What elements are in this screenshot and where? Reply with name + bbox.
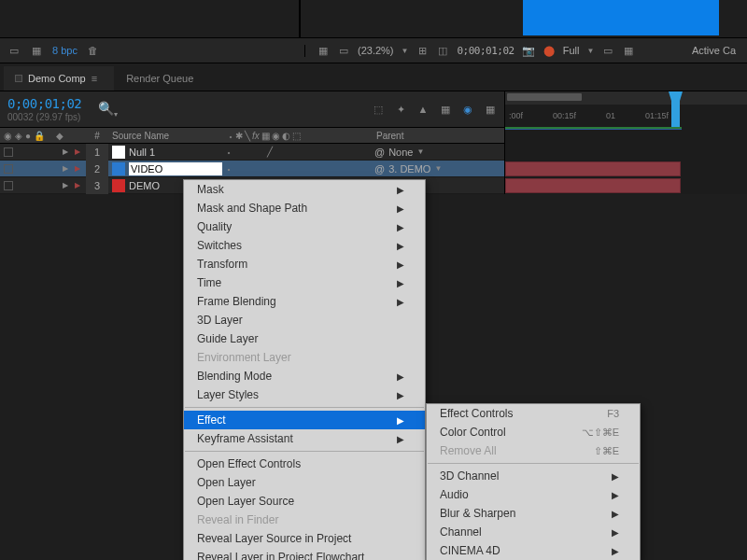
audio-toggle-icon[interactable]: ◈ bbox=[15, 131, 22, 141]
menu-item[interactable]: Quality▶ bbox=[184, 217, 425, 236]
menu-item[interactable]: Open Layer bbox=[184, 473, 425, 492]
layer-color-swatch[interactable] bbox=[112, 179, 125, 192]
composition-preview[interactable] bbox=[523, 0, 719, 35]
menu-item[interactable]: Mask▶ bbox=[184, 180, 425, 199]
menu-item[interactable]: Transform▶ bbox=[184, 255, 425, 273]
menu-item[interactable]: 3D Layer bbox=[184, 311, 425, 329]
search-icon[interactable]: 🔍▾ bbox=[98, 101, 118, 119]
menu-item[interactable]: 3D Channel▶ bbox=[427, 467, 640, 485]
safe-zones-icon[interactable]: ⊞ bbox=[416, 45, 429, 56]
graph-editor-icon[interactable]: ▦ bbox=[484, 104, 497, 115]
timeline-timecode[interactable]: 0;00;01;02 bbox=[7, 96, 81, 111]
menu-item[interactable]: Open Layer Source bbox=[184, 492, 425, 511]
collapse-icon[interactable]: ▶ bbox=[56, 147, 75, 156]
menu-item[interactable]: Audio▶ bbox=[427, 485, 640, 504]
menu-item[interactable]: Switches▶ bbox=[184, 236, 425, 255]
menu-item[interactable]: Layer Styles▶ bbox=[184, 385, 425, 404]
time-navigator[interactable] bbox=[507, 93, 582, 101]
parent-value[interactable]: None bbox=[388, 147, 413, 158]
solo-toggle-icon[interactable]: ● bbox=[25, 131, 31, 141]
menu-item[interactable]: Guide Layer bbox=[184, 329, 425, 348]
motion-blur-icon[interactable]: ◉ bbox=[461, 104, 474, 115]
menu-item-label: Color Control bbox=[440, 426, 506, 439]
pickwhip-icon[interactable]: @ bbox=[374, 163, 385, 175]
monitor-icon[interactable]: ▭ bbox=[337, 45, 350, 56]
quality-switch[interactable]: ╱ bbox=[267, 147, 273, 157]
menu-item[interactable]: Open Effect Controls bbox=[184, 455, 425, 473]
menu-item[interactable]: Reveal Layer Source in Project bbox=[184, 529, 425, 548]
menu-item[interactable]: Channel▶ bbox=[427, 523, 640, 541]
layer-bar[interactable] bbox=[505, 178, 681, 193]
menu-item[interactable]: CINEMA 4D▶ bbox=[427, 541, 640, 560]
menu-item[interactable]: Blur & Sharpen▶ bbox=[427, 504, 640, 523]
layer-color-swatch[interactable] bbox=[112, 162, 125, 175]
video-toggle[interactable] bbox=[4, 181, 13, 190]
video-toggle[interactable] bbox=[4, 164, 13, 174]
tab-comp[interactable]: Demo Comp ≡ bbox=[4, 66, 114, 91]
menu-item[interactable]: Blending Mode▶ bbox=[184, 367, 425, 385]
comp-mini-flowchart-icon[interactable]: ⬚ bbox=[372, 104, 385, 115]
playhead[interactable] bbox=[671, 91, 680, 127]
frame-blend-col-icon: ▦ bbox=[261, 131, 270, 141]
grid-icon[interactable]: ▦ bbox=[317, 45, 330, 56]
bpc-indicator[interactable]: 8 bpc bbox=[52, 45, 78, 56]
project-icon[interactable]: ▭ bbox=[7, 45, 21, 56]
panel-divider[interactable] bbox=[299, 0, 301, 37]
mask-toggle-icon[interactable]: ◫ bbox=[436, 45, 449, 56]
chevron-down-icon[interactable]: ▼ bbox=[416, 147, 424, 156]
resolution-dropdown[interactable]: Full bbox=[563, 45, 580, 56]
zoom-level[interactable]: (23.2%) bbox=[358, 45, 394, 56]
layer-row[interactable]: ▶ ▶ 2 VIDEO ⬩ @3. DEMO▼ bbox=[0, 161, 747, 177]
pickwhip-icon[interactable]: @ bbox=[374, 147, 385, 158]
layer-timeline-track[interactable] bbox=[504, 144, 747, 161]
active-camera-dropdown[interactable]: Active Ca bbox=[692, 45, 740, 56]
layer-name[interactable]: VIDEO bbox=[129, 162, 222, 175]
tab-render-queue[interactable]: Render Queue bbox=[115, 66, 210, 91]
menu-item[interactable]: Effect ControlsF3 bbox=[427, 404, 640, 423]
timeline-ruler[interactable]: :00f 00:15f 01 01:15f bbox=[504, 91, 747, 127]
col-source[interactable]: Source Name bbox=[108, 131, 224, 141]
video-toggle-icon[interactable]: ◉ bbox=[4, 131, 12, 141]
snapshot-icon[interactable]: 📷 bbox=[522, 45, 535, 56]
quality-col-icon: ╲ bbox=[245, 131, 250, 141]
label-color-icon[interactable]: ▶ bbox=[75, 147, 86, 156]
menu-item[interactable]: Time▶ bbox=[184, 273, 425, 292]
shy-icon[interactable]: ▲ bbox=[416, 104, 430, 115]
lock-toggle-icon[interactable]: 🔒 bbox=[34, 131, 45, 141]
channel-icon[interactable]: ⬤ bbox=[543, 45, 556, 56]
menu-item[interactable]: Mask and Shape Path▶ bbox=[184, 199, 425, 217]
tab-menu-icon[interactable]: ≡ bbox=[92, 73, 97, 84]
draft-3d-icon[interactable]: ✦ bbox=[394, 104, 407, 115]
collapse-icon[interactable]: ▶ bbox=[56, 181, 75, 189]
shy-switch[interactable]: ⬩ bbox=[226, 163, 232, 174]
layer-timeline-track[interactable] bbox=[504, 161, 747, 177]
ruler-tick: 00:15f bbox=[553, 111, 576, 120]
layer-bar[interactable] bbox=[505, 161, 681, 176]
folder-icon[interactable]: ▦ bbox=[30, 45, 43, 56]
menu-item[interactable]: Effect▶ bbox=[184, 411, 425, 429]
menu-item[interactable]: Frame Blending▶ bbox=[184, 292, 425, 311]
label-color-icon[interactable]: ▶ bbox=[75, 181, 86, 189]
layer-color-swatch[interactable] bbox=[112, 146, 125, 159]
menu-item[interactable]: Reveal Layer in Project Flowchart bbox=[184, 548, 425, 560]
menu-item-label: Blending Mode bbox=[197, 370, 272, 383]
current-time[interactable]: 0;00;01;02 bbox=[457, 45, 514, 57]
chevron-down-icon[interactable]: ▼ bbox=[402, 47, 409, 55]
menu-item[interactable]: Keyframe Assistant▶ bbox=[184, 429, 425, 448]
layer-row[interactable]: ▶ ▶ 1 Null 1 ⬩╱ @None▼ bbox=[0, 144, 747, 161]
collapse-icon[interactable]: ▶ bbox=[56, 164, 75, 173]
parent-value[interactable]: 3. DEMO bbox=[388, 163, 430, 175]
view-icon[interactable]: ▭ bbox=[601, 45, 614, 56]
chevron-down-icon[interactable]: ▼ bbox=[586, 47, 594, 55]
layer-timeline-track[interactable] bbox=[504, 177, 747, 194]
layer-name[interactable]: Null 1 bbox=[129, 147, 222, 158]
frame-blend-icon[interactable]: ▦ bbox=[439, 104, 452, 115]
chevron-down-icon[interactable]: ▼ bbox=[434, 164, 442, 173]
video-toggle[interactable] bbox=[4, 147, 13, 157]
label-icon[interactable]: ◆ bbox=[56, 131, 63, 141]
shy-switch[interactable]: ⬩ bbox=[226, 147, 232, 157]
menu-item[interactable]: Color Control⌥⇧⌘E bbox=[427, 423, 640, 441]
label-color-icon[interactable]: ▶ bbox=[75, 164, 86, 173]
trash-icon[interactable]: 🗑 bbox=[87, 45, 100, 56]
3d-view-icon[interactable]: ▦ bbox=[622, 45, 635, 56]
